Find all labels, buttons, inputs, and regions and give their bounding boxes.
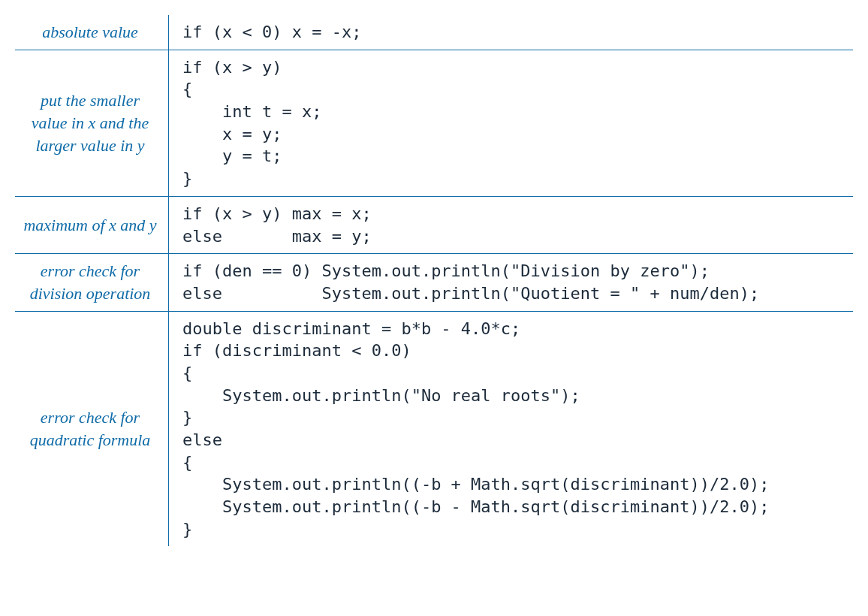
- example-description: maximum of x and y: [15, 196, 169, 253]
- code-examples-table: absolute value if (x < 0) x = -x; put th…: [15, 15, 853, 546]
- example-description: error check for quadratic formula: [15, 311, 169, 546]
- example-code: if (den == 0) System.out.println("Divisi…: [169, 254, 854, 311]
- example-code: if (x > y) max = x; else max = y;: [169, 196, 854, 253]
- table-row: error check for division operation if (d…: [15, 254, 853, 311]
- table-row: error check for quadratic formula double…: [15, 311, 853, 546]
- example-code: if (x < 0) x = -x;: [169, 15, 854, 50]
- example-description: absolute value: [15, 15, 169, 50]
- example-description: put the smaller value in x and the large…: [15, 50, 169, 196]
- table-row: maximum of x and y if (x > y) max = x; e…: [15, 196, 853, 253]
- example-code: if (x > y) { int t = x; x = y; y = t; }: [169, 50, 854, 196]
- table-row: absolute value if (x < 0) x = -x;: [15, 15, 853, 50]
- table-row: put the smaller value in x and the large…: [15, 50, 853, 196]
- example-description: error check for division operation: [15, 254, 169, 311]
- example-code: double discriminant = b*b - 4.0*c; if (d…: [169, 311, 854, 546]
